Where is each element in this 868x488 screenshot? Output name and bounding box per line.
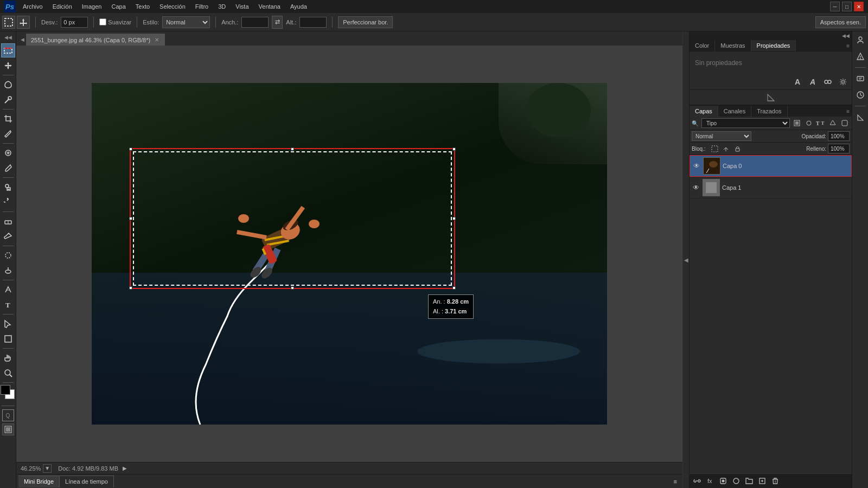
history-brush-tool[interactable] [1,195,15,209]
menu-filtro[interactable]: Filtro [191,2,213,11]
layers-tab-canales[interactable]: Canales [718,106,751,117]
close-button[interactable]: ✕ [854,2,864,11]
shape-tool[interactable] [1,332,15,346]
zoom-tool[interactable] [1,366,15,380]
canvas-tab-bungee[interactable]: 2551_bungee.jpg al 46.3% (Capa 0, RGB/8*… [26,34,165,46]
suavizar-checkbox[interactable] [99,18,106,25]
image-canvas[interactable]: An. : 8.28 cm Al. : 3.71 cm [92,83,607,425]
paint-bucket-tool[interactable] [1,229,15,243]
link-layers-btn[interactable] [692,476,703,486]
marquee-tool-btn[interactable] [2,16,15,29]
desvio-input[interactable] [61,17,88,28]
hand-tool[interactable] [1,351,15,365]
rp-tab-menu-icon[interactable]: ≡ [846,43,850,49]
rp-tool-settings[interactable] [837,75,850,88]
canvas-container[interactable]: An. : 8.28 cm Al. : 3.71 cm [16,46,682,462]
layers-tab-capas[interactable]: Capas [690,106,718,117]
menu-ayuda[interactable]: Ayuda [286,2,311,11]
filter-adj-icon[interactable] [804,118,814,128]
minimize-button[interactable]: ─ [830,2,840,11]
menu-edicion[interactable]: Edición [48,2,76,11]
menu-capa[interactable]: Capa [107,2,130,11]
pen-tool[interactable] [1,282,15,297]
lock-all-btn[interactable] [733,144,743,153]
layer-item-capa1[interactable]: 👁 Capa 1 [690,177,852,198]
tools-collapse-btn[interactable]: ◀◀ [2,34,15,41]
filter-smart-icon[interactable] [840,118,850,128]
layers-tab-trazados[interactable]: Trazados [751,106,787,117]
brush-tool[interactable] [1,161,15,175]
move-tool[interactable] [1,59,15,73]
path-selection-tool[interactable] [1,317,15,331]
rp-tab-propiedades[interactable]: Propiedades [751,40,796,51]
menu-archivo[interactable]: Archivo [18,2,47,11]
zoom-options-btn[interactable]: ▼ [43,464,52,473]
menu-texto[interactable]: Texto [131,2,154,11]
rp-tab-color[interactable]: Color [690,40,715,51]
tab-mini-bridge[interactable]: Mini Bridge [18,476,60,487]
crop-tool[interactable] [1,112,15,126]
swap-dimensions-btn[interactable]: ⇄ [272,16,283,29]
rr-tool-3[interactable] [854,72,867,85]
add-mask-btn[interactable] [718,476,729,486]
fill-input[interactable] [828,144,850,153]
delete-layer-btn[interactable] [770,476,781,486]
add-style-btn[interactable]: fx [705,476,716,486]
foreground-color[interactable] [1,385,10,395]
menu-vista[interactable]: Vista [231,2,253,11]
tab-timeline[interactable]: Línea de tiempo [60,476,114,487]
filter-type-icon[interactable]: T T [816,118,826,128]
perfeccionar-btn[interactable]: Perfeccionar bor. [338,16,393,28]
rp-tab-muestras[interactable]: Muestras [715,40,751,51]
quick-mask-btn[interactable]: Q [2,409,14,421]
alto-input[interactable] [299,17,327,28]
blur-tool[interactable] [1,248,15,262]
menu-seleccion[interactable]: Selección [155,2,190,11]
rp-collapse-btn[interactable]: ◀◀ [690,31,852,40]
lock-position-btn[interactable] [722,144,731,153]
magic-wand-tool[interactable] [1,93,15,107]
menu-imagen[interactable]: Imagen [78,2,106,11]
layer-visibility-capa1[interactable]: 👁 [692,183,700,192]
dodge-tool[interactable] [1,264,15,278]
maximize-button[interactable]: □ [842,2,852,11]
doc-options-btn[interactable]: ▶ [120,464,129,473]
aspectos-btn[interactable]: Aspectos esen. [815,16,866,28]
estilo-select[interactable]: Normal Fijo Proporcional [162,16,210,28]
rr-bucket-icon[interactable] [854,111,867,124]
new-layer-btn[interactable] [757,476,768,486]
menu-ventana[interactable]: Ventana [254,2,285,11]
rp-tool-link[interactable] [821,75,834,88]
eraser-tool[interactable] [1,214,15,228]
eyedropper-tool[interactable] [1,127,15,141]
layer-filter-select[interactable]: Tipo [701,118,790,128]
blend-mode-select[interactable]: Normal [692,131,751,141]
opacity-input[interactable] [828,131,850,141]
rp-tool-a[interactable]: A [791,75,804,88]
text-tool[interactable]: T [1,298,15,312]
ancho-input[interactable] [241,17,269,28]
canvas-tab-close[interactable]: ✕ [154,37,160,43]
new-adjustment-btn[interactable] [731,476,742,486]
panel-collapse-handle[interactable]: ◀ [682,31,689,488]
move-tool-btn[interactable] [17,16,30,29]
rp-tool-a-italic[interactable]: A [806,75,819,88]
lasso-tool[interactable] [1,78,15,92]
new-group-btn[interactable] [744,476,755,486]
clone-stamp-tool[interactable] [1,180,15,194]
rr-tool-4[interactable] [854,88,867,101]
marquee-tool[interactable] [1,43,15,57]
rr-tool-1[interactable] [854,34,867,47]
layer-visibility-capa0[interactable]: 👁 [692,162,701,170]
healing-brush-tool[interactable] [1,146,15,160]
tab-left-arrow[interactable]: ◀ [18,34,26,46]
lock-pixels-btn[interactable] [710,144,720,153]
bottom-panel-options-icon[interactable]: ≡ [671,478,680,485]
screen-mode-btn[interactable] [2,423,14,435]
rr-tool-2[interactable] [854,50,867,63]
filter-shape-icon[interactable] [828,118,838,128]
layer-item-capa0[interactable]: 👁 Capa 0 [690,155,852,177]
layers-tab-options[interactable]: ≡ [846,106,852,117]
filter-pixel-icon[interactable] [792,118,802,128]
menu-3d[interactable]: 3D [214,2,230,11]
